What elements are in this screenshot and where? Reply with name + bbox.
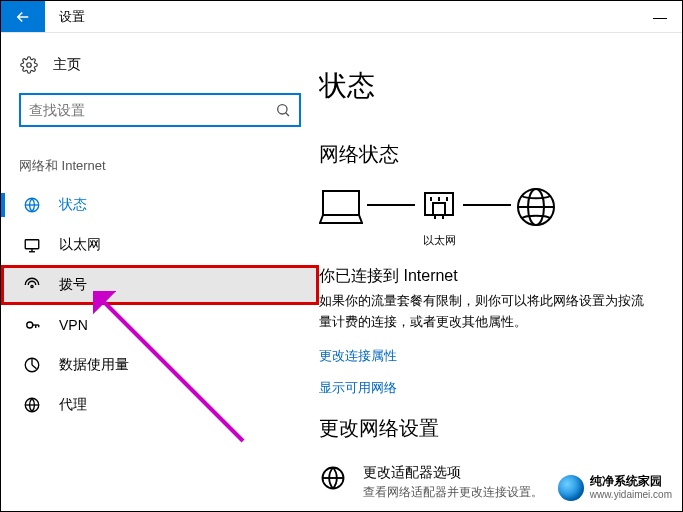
search-box[interactable] (19, 93, 301, 127)
dialup-icon (23, 276, 41, 294)
section-change-settings: 更改网络设置 (319, 397, 682, 454)
watermark: 纯净系统家园 www.yidaimei.com (558, 475, 672, 501)
section-network-status: 网络状态 (319, 123, 682, 180)
search-icon (275, 102, 291, 118)
vpn-icon (23, 316, 41, 334)
diagram-globe (515, 186, 557, 248)
link-show-available-networks[interactable]: 显示可用网络 (319, 365, 682, 397)
sidebar-item-label: 拨号 (59, 276, 87, 294)
sidebar-item-label: 代理 (59, 396, 87, 414)
diagram-ethernet: 以太网 (419, 187, 459, 248)
link-change-connection-props[interactable]: 更改连接属性 (319, 333, 682, 365)
window-title: 设置 (45, 1, 99, 32)
main-content: 状态 网络状态 以太网 你已连接到 Internet 如果 (319, 33, 682, 511)
connected-status: 你已连接到 Internet (319, 250, 682, 291)
diagram-ethernet-label: 以太网 (423, 233, 456, 248)
adapter-title: 更改适配器选项 (363, 464, 543, 482)
svg-point-5 (27, 322, 33, 328)
watermark-line1: 纯净系统家园 (590, 475, 672, 489)
page-title: 状态 (319, 67, 682, 123)
sidebar-item-label: 以太网 (59, 236, 101, 254)
sidebar-item-label: 数据使用量 (59, 356, 129, 374)
network-diagram: 以太网 (319, 180, 682, 250)
svg-rect-3 (25, 240, 39, 249)
sidebar-item-status[interactable]: 状态 (1, 185, 319, 225)
data-usage-icon (23, 356, 41, 374)
svg-rect-10 (433, 203, 445, 215)
adapter-subtitle: 查看网络适配器并更改连接设置。 (363, 482, 543, 501)
sidebar-item-ethernet[interactable]: 以太网 (1, 225, 319, 265)
svg-point-4 (31, 285, 33, 287)
status-icon (23, 196, 41, 214)
minimize-button[interactable]: — (638, 1, 682, 32)
search-input[interactable] (29, 102, 275, 118)
sidebar-nav: 状态 以太网 拨号 V (1, 185, 319, 425)
sidebar-item-label: VPN (59, 317, 88, 333)
status-description: 如果你的流量套餐有限制，则你可以将此网络设置为按流量计费的连接，或者更改其他属性… (319, 291, 649, 333)
sidebar-home-label: 主页 (53, 56, 81, 74)
proxy-icon (23, 396, 41, 414)
watermark-logo-icon (558, 475, 584, 501)
svg-point-1 (278, 105, 287, 114)
titlebar: 设置 — (1, 1, 682, 33)
sidebar: 主页 网络和 Internet 状态 (1, 33, 319, 511)
sidebar-item-proxy[interactable]: 代理 (1, 385, 319, 425)
sidebar-item-label: 状态 (59, 196, 87, 214)
sidebar-home[interactable]: 主页 (1, 47, 319, 83)
watermark-line2: www.yidaimei.com (590, 489, 672, 501)
svg-rect-8 (323, 191, 359, 215)
diagram-pc (319, 187, 363, 247)
sidebar-item-data[interactable]: 数据使用量 (1, 345, 319, 385)
svg-point-0 (27, 63, 32, 68)
adapter-icon (319, 464, 347, 492)
back-button[interactable] (1, 1, 45, 32)
sidebar-section-title: 网络和 Internet (1, 133, 319, 185)
ethernet-icon (23, 236, 41, 254)
gear-icon (19, 55, 39, 75)
sidebar-item-vpn[interactable]: VPN (1, 305, 319, 345)
sidebar-item-dialup[interactable]: 拨号 (1, 265, 319, 305)
